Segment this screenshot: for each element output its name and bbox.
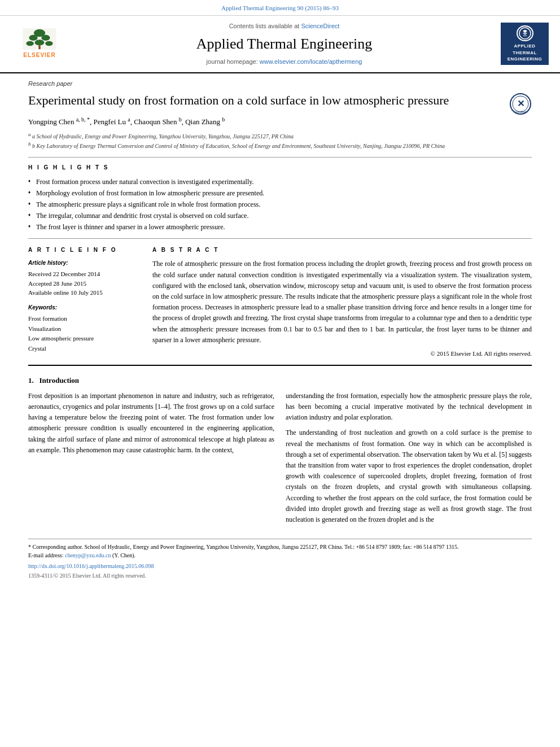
available-date: Available online 10 July 2015	[28, 288, 141, 298]
doi-link[interactable]: http://dx.doi.org/10.1016/j.applthermale…	[28, 563, 154, 569]
abstract-col: A B S T R A C T The role of atmospheric …	[152, 246, 532, 359]
list-item: Frost formation	[28, 314, 141, 324]
affiliation-a: a School of Hydraulic, Energy and Power …	[32, 133, 294, 139]
affiliation-b: b Key Laboratory of Energy Thermal Conve…	[32, 143, 445, 149]
svg-point-6	[45, 41, 53, 46]
email-link[interactable]: chenyp@yzu.edu.cn	[65, 552, 111, 558]
email-line: E-mail address: chenyp@yzu.edu.cn (Y. Ch…	[28, 551, 532, 560]
intro-p2: understanding the frost formation, espec…	[286, 391, 532, 423]
intro-p1: Frost deposition is an important phenome…	[28, 391, 274, 456]
elsevier-wordmark: ELSEVIER	[23, 51, 55, 59]
highlights-section: H I G H L I G H T S Frost formation proc…	[28, 163, 532, 233]
page: Applied Thermal Engineering 90 (2015) 86…	[0, 0, 560, 586]
issn-line: 1359-4311/© 2015 Elsevier Ltd. All right…	[28, 571, 532, 580]
list-item: Crystal	[28, 344, 141, 354]
list-item: Low atmospheric pressure	[28, 334, 141, 344]
list-item: Visualization	[28, 324, 141, 334]
intro-p3: The understanding of frost nucleation an…	[286, 427, 532, 525]
svg-point-4	[26, 41, 34, 46]
journal-header: ELSEVIER Contents lists available at Sci…	[0, 16, 560, 73]
divider-2	[28, 238, 532, 239]
divider-1	[28, 157, 532, 158]
list-item: The frost layer is thinner and sparser i…	[28, 221, 532, 233]
intro-col-right: understanding the frost formation, espec…	[286, 391, 532, 530]
accepted-date: Accepted 28 June 2015	[28, 279, 141, 289]
abstract-heading: A B S T R A C T	[152, 246, 532, 254]
list-item: The atmospheric pressure plays a signifi…	[28, 199, 532, 210]
abstract-text: The role of atmospheric pressure on the …	[152, 259, 532, 346]
authors-line: Yongping Chen a, b, *, Pengfei Lu a, Cha…	[28, 115, 532, 128]
crossmark-icon: ✕ CrossMark	[509, 93, 532, 115]
journal-header-center: Contents lists available at ScienceDirec…	[73, 21, 495, 67]
svg-rect-7	[38, 45, 40, 49]
logo-line2: THERMAL	[513, 50, 537, 56]
affiliations: a a School of Hydraulic, Energy and Powe…	[28, 131, 532, 151]
article-info-abstract: A R T I C L E I N F O Article history: R…	[28, 246, 532, 359]
article-type: Research paper	[28, 79, 532, 89]
elsevier-logo-area: ELSEVIER	[11, 28, 68, 59]
intro-col-left: Frost deposition is an important phenome…	[28, 391, 274, 530]
contents-line: Contents lists available at ScienceDirec…	[73, 21, 495, 31]
copyright-line: © 2015 Elsevier Ltd. All rights reserved…	[152, 349, 532, 359]
homepage-line: journal homepage: www.elsevier.com/locat…	[73, 57, 495, 67]
article-title: Experimental study on frost formation on…	[28, 93, 449, 109]
title-area: Experimental study on frost formation on…	[28, 93, 532, 115]
article-info-col: A R T I C L E I N F O Article history: R…	[28, 246, 141, 359]
highlights-list: Frost formation process under natural co…	[28, 176, 532, 233]
homepage-prefix: journal homepage:	[207, 58, 260, 65]
article-history: Article history: Received 22 December 20…	[28, 259, 141, 298]
elsevier-logo: ELSEVIER	[14, 28, 65, 59]
sciencedirect-link[interactable]: ScienceDirect	[301, 23, 339, 29]
received-date: Received 22 December 2014	[28, 269, 141, 279]
main-content: Research paper Experimental study on fro…	[0, 73, 560, 586]
corresponding-author: * Corresponding author. School of Hydrau…	[28, 543, 532, 551]
list-item: Morphology evolution of frost formation …	[28, 187, 532, 199]
contents-prefix: Contents lists available at	[229, 23, 301, 29]
divider-3	[28, 365, 532, 366]
journal-homepage-link[interactable]: www.elsevier.com/locate/apthermeng	[260, 58, 362, 65]
logo-line1: APPLIED	[514, 43, 535, 49]
journal-title-text: Applied Thermal Engineering	[73, 33, 495, 55]
doi-line: http://dx.doi.org/10.1016/j.applthermale…	[28, 562, 532, 570]
logo-line3: ENGINEERING	[508, 56, 542, 62]
journal-citation: Applied Thermal Engineering 90 (2015) 86…	[221, 5, 339, 11]
list-item: The irregular, columnar and dendritic fr…	[28, 210, 532, 221]
introduction-section: 1. Introduction Frost deposition is an i…	[28, 375, 532, 530]
section-title-text: Introduction	[40, 376, 80, 385]
elsevier-tree-icon	[20, 28, 59, 50]
svg-point-3	[41, 35, 50, 41]
svg-point-5	[35, 40, 45, 45]
svg-text:✕: ✕	[517, 99, 524, 108]
section-number: 1.	[28, 376, 34, 385]
footnotes: * Corresponding author. School of Hydrau…	[28, 539, 532, 580]
journal-logo-circle	[517, 25, 533, 41]
journal-icon	[518, 27, 532, 40]
list-item: Frost formation process under natural co…	[28, 176, 532, 187]
svg-point-2	[29, 35, 37, 41]
keywords-list: Frost formation Visualization Low atmosp…	[28, 314, 141, 353]
top-journal-line: Applied Thermal Engineering 90 (2015) 86…	[0, 0, 560, 16]
highlights-heading: H I G H L I G H T S	[28, 163, 532, 172]
keywords-title: Keywords:	[28, 303, 141, 312]
intro-section-title: 1. Introduction	[28, 375, 532, 386]
intro-text-columns: Frost deposition is an important phenome…	[28, 391, 532, 530]
journal-logo-box: APPLIED THERMAL ENGINEERING	[501, 23, 549, 65]
keywords-section: Keywords: Frost formation Visualization …	[28, 303, 141, 353]
history-title: Article history:	[28, 259, 141, 267]
svg-text:CrossMark: CrossMark	[514, 110, 528, 113]
article-info-heading: A R T I C L E I N F O	[28, 246, 141, 254]
